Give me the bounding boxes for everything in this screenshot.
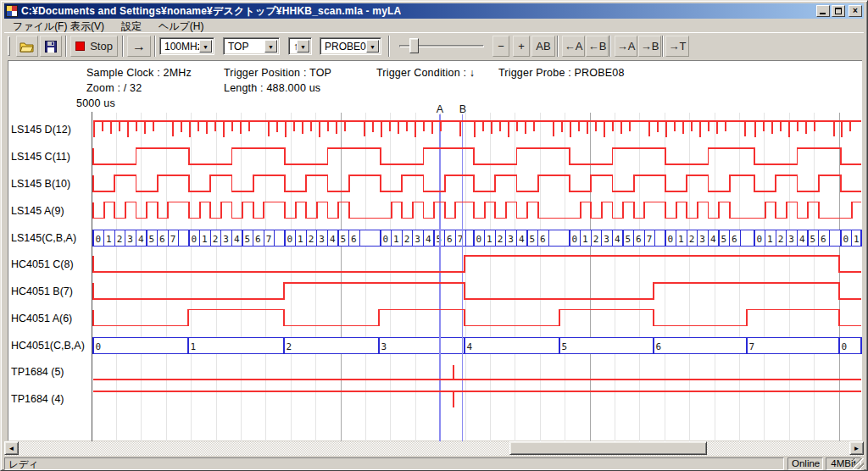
zoom-out-button[interactable]: − [492, 36, 509, 57]
trigger-probe-combo-value: PROBE00 [325, 41, 371, 53]
ls145-bus-value: 4 [426, 234, 431, 245]
ls145-bus-value: 6 [636, 234, 642, 245]
hc4051-bus-value: 5 [562, 341, 568, 352]
ls145-bus-value: 6 [540, 234, 546, 245]
ls145-bus-value: 0 [476, 234, 482, 245]
chevron-down-icon[interactable]: ▼ [366, 40, 379, 53]
goto-a-left-button[interactable]: ←A [562, 36, 585, 57]
goto-trigger-button[interactable]: →T [665, 36, 689, 57]
hc4051-bus-value: 1 [191, 341, 197, 352]
ls145-bus-value: 5 [341, 234, 347, 245]
menu-item-3[interactable]: 設定 [118, 19, 145, 32]
trigger-probe-combo[interactable]: PROBE00▼ [320, 37, 381, 55]
chevron-down-icon[interactable]: ▼ [297, 40, 309, 53]
waveform-canvas[interactable]: 0123456701234567012345601234567012345601… [8, 61, 863, 441]
ls145-bus-value: 5 [810, 234, 816, 245]
close-icon: × [853, 6, 858, 15]
ls145-bus-value: 6 [821, 234, 826, 245]
ls145-bus-value: 5 [149, 234, 155, 245]
goto-a-right-button[interactable]: →A [615, 36, 637, 57]
chevron-down-icon[interactable]: ▼ [199, 40, 212, 53]
save-file-button[interactable] [40, 36, 62, 57]
ls145-bus-value: 7 [266, 234, 272, 245]
toolbar-separator [65, 36, 67, 57]
ls145-bus-value: 2 [404, 234, 410, 245]
ls145-bus-value: 1 [582, 234, 588, 245]
ls145-bus-value: 4 [234, 234, 240, 245]
ls145-bus-value: 1 [487, 234, 492, 245]
ls145-bus-value: 2 [689, 234, 695, 245]
minimize-button[interactable] [816, 5, 830, 17]
toolbar-grip[interactable] [8, 36, 10, 56]
ls145-bus-value: 0 [668, 234, 674, 245]
menu-item-1[interactable]: ファイル(F) [9, 19, 70, 32]
trigger-position-combo[interactable]: TOP▼ [223, 37, 280, 55]
ls145-bus-value: 0 [757, 234, 763, 245]
zoom-in-button[interactable]: + [513, 36, 530, 57]
trigger-edge-combo[interactable]: ↑▼ [288, 37, 312, 55]
ls145-bus-value: 4 [710, 234, 716, 245]
ls145-bus-value: 0 [383, 234, 389, 245]
scroll-right-button[interactable]: ► [849, 441, 864, 455]
zoom-slider-thumb[interactable] [409, 38, 419, 53]
ls145-bus-value: 3 [127, 234, 133, 245]
ls145-bus-cell [548, 230, 570, 247]
scroll-left-button[interactable]: ◄ [4, 441, 19, 455]
ls145-bus-value: 3 [508, 234, 514, 245]
stop-icon [75, 42, 85, 51]
ls145-bus-value: 6 [351, 234, 357, 245]
menu-bar: ファイル(F)表示(V)設定ヘルプ(H) [4, 19, 864, 32]
ls145-bus-value: 2 [213, 234, 219, 245]
ls145-bus-value: 2 [778, 234, 784, 245]
hc4051-bus-cell [284, 338, 379, 354]
ls145-bus-value: 4 [799, 234, 805, 245]
ls145-bus-value: 1 [202, 234, 208, 245]
goto-b-left-button[interactable]: ←B [586, 36, 609, 57]
sample-clock-combo[interactable]: 100MHz▼ [159, 37, 214, 55]
ls145-bus-value: 2 [593, 234, 599, 245]
stop-button[interactable]: Stop [70, 36, 118, 57]
ls145-bus-value: 2 [309, 234, 314, 245]
ls145-bus-value: 7 [170, 234, 176, 245]
waveform-panel: Sample Clock : 2MHz Trigger Position : T… [8, 60, 862, 441]
scrollbar-thumb[interactable] [509, 441, 707, 455]
maximize-button[interactable] [832, 5, 845, 17]
waveform-ls145-a-9 [93, 202, 861, 219]
goto-b-right-button[interactable]: →B [638, 36, 661, 57]
ls145-bus-value: 0 [287, 234, 293, 245]
ls145-bus-value: 1 [854, 234, 860, 245]
ls145-bus-value: 5 [245, 234, 251, 245]
open-file-button[interactable] [16, 36, 38, 57]
ab-button[interactable]: AB [531, 36, 555, 57]
ls145-bus-value: 1 [106, 234, 112, 245]
toolbar: Stop → 100MHz▼TOP▼↑▼PROBE00▼−+AB←A←B→A→B… [4, 32, 864, 58]
sample-clock-combo-value: 100MHz [164, 41, 203, 53]
ls145-bus-value: 6 [255, 234, 261, 245]
ls145-bus-value: 5 [626, 234, 632, 245]
hc4051-bus-value: 7 [749, 341, 755, 352]
toolbar-separator [557, 36, 559, 57]
menu-item-2[interactable]: 表示(V) [67, 19, 108, 32]
waveform-ls145-c-11 [93, 148, 861, 164]
resize-grip[interactable] [853, 458, 864, 469]
close-button[interactable]: × [849, 5, 862, 17]
ls145-bus-value: 5 [437, 234, 442, 245]
run-button[interactable]: → [127, 36, 151, 57]
waveform-hc4051-b-7 [93, 283, 861, 299]
menu-item-4[interactable]: ヘルプ(H) [155, 19, 208, 32]
ls145-bus-value: 4 [138, 234, 144, 245]
hc4051-bus-cell [747, 338, 839, 354]
hc4051-bus-value: 6 [656, 341, 662, 352]
hc4051-bus-cell [93, 338, 188, 354]
horizontal-scrollbar[interactable]: ◄ ► [4, 441, 864, 456]
ls145-bus-value: 6 [159, 234, 165, 245]
ls145-bus-value: 3 [699, 234, 705, 245]
window-title: C:¥Documents and Settings¥noname¥デスクトップ¥… [21, 4, 401, 19]
ls145-bus-value: 4 [615, 234, 620, 245]
chevron-down-icon[interactable]: ▼ [264, 40, 277, 53]
ls145-bus-cell [179, 230, 189, 247]
maximize-icon [835, 8, 842, 14]
title-bar[interactable]: C:¥Documents and Settings¥noname¥デスクトップ¥… [4, 3, 864, 19]
ls145-bus-value: 1 [678, 234, 684, 245]
hc4051-bus-value: 4 [467, 341, 473, 352]
